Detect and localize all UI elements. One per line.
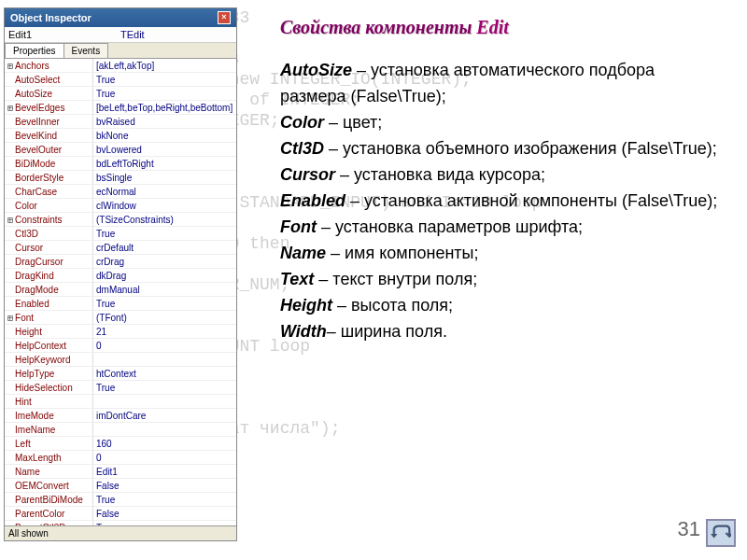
property-value[interactable]: clWindow [93, 199, 236, 212]
property-name[interactable]: Height [5, 325, 93, 338]
property-value[interactable]: Edit1 [93, 465, 236, 478]
property-value[interactable]: bsSingle [93, 171, 236, 184]
property-name[interactable]: OEMConvert [5, 479, 93, 492]
property-name[interactable]: ParentBiDiMode [5, 493, 93, 506]
property-name[interactable]: ⊞Constraints [5, 213, 93, 226]
property-value[interactable]: imDontCare [93, 409, 236, 422]
property-name[interactable]: CharCase [5, 185, 93, 198]
property-value[interactable]: dkDrag [93, 269, 236, 282]
property-name[interactable]: AutoSelect [5, 73, 93, 86]
property-value[interactable]: (TSizeConstraints) [93, 213, 236, 226]
object-selector[interactable]: Edit1 TEdit [5, 27, 236, 43]
property-name[interactable]: Enabled [5, 297, 93, 310]
property-row[interactable]: BorderStylebsSingle [5, 171, 236, 185]
property-value[interactable]: dmManual [93, 283, 236, 296]
property-name[interactable]: ⊞Font [5, 311, 93, 324]
property-value[interactable]: htContext [93, 367, 236, 380]
property-name[interactable]: Left [5, 437, 93, 450]
close-icon[interactable]: × [218, 11, 231, 24]
property-value[interactable]: True [93, 521, 236, 525]
property-name[interactable]: DragMode [5, 283, 93, 296]
property-name[interactable]: ParentCtl3D [5, 521, 93, 525]
property-value[interactable]: True [93, 227, 236, 240]
property-value[interactable]: 160 [93, 437, 236, 450]
property-value[interactable]: bdLeftToRight [93, 157, 236, 170]
property-name[interactable]: ⊞Anchors [5, 59, 93, 72]
property-name[interactable]: BevelOuter [5, 143, 93, 156]
property-row[interactable]: HideSelectionTrue [5, 381, 236, 395]
property-value[interactable]: False [93, 507, 236, 520]
property-value[interactable]: bvLowered [93, 143, 236, 156]
property-value[interactable]: bkNone [93, 129, 236, 142]
property-value[interactable]: 0 [93, 451, 236, 464]
property-name[interactable]: ImeName [5, 423, 93, 436]
property-value[interactable]: bvRaised [93, 115, 236, 128]
tab-events[interactable]: Events [63, 43, 109, 58]
property-value[interactable]: True [93, 381, 236, 394]
property-name[interactable]: Color [5, 199, 93, 212]
property-value[interactable]: True [93, 493, 236, 506]
property-value[interactable]: False [93, 479, 236, 492]
property-row[interactable]: ImeModeimDontCare [5, 409, 236, 423]
property-row[interactable]: HelpContext0 [5, 339, 236, 353]
property-name[interactable]: DragKind [5, 269, 93, 282]
property-name[interactable]: Hint [5, 395, 93, 408]
property-value[interactable]: True [93, 297, 236, 310]
property-value[interactable]: 0 [93, 339, 236, 352]
property-name[interactable]: ⊞BevelEdges [5, 101, 93, 114]
property-row[interactable]: BevelOuterbvLowered [5, 143, 236, 157]
property-row[interactable]: ⊞Constraints(TSizeConstraints) [5, 213, 236, 227]
property-value[interactable]: crDrag [93, 255, 236, 268]
property-name[interactable]: ParentColor [5, 507, 93, 520]
property-name[interactable]: BevelKind [5, 129, 93, 142]
property-row[interactable]: AutoSizeTrue [5, 87, 236, 101]
property-name[interactable]: BiDiMode [5, 157, 93, 170]
property-name[interactable]: BevelInner [5, 115, 93, 128]
property-row[interactable]: Height21 [5, 325, 236, 339]
property-row[interactable]: Left160 [5, 437, 236, 451]
property-value[interactable]: [akLeft,akTop] [93, 59, 236, 72]
property-row[interactable]: OEMConvertFalse [5, 479, 236, 493]
property-row[interactable]: HelpKeyword [5, 353, 236, 367]
property-value[interactable] [93, 395, 236, 408]
tab-properties[interactable]: Properties [5, 43, 64, 58]
property-name[interactable]: BorderStyle [5, 171, 93, 184]
property-row[interactable]: BiDiModebdLeftToRight [5, 157, 236, 171]
property-row[interactable]: NameEdit1 [5, 465, 236, 479]
property-value[interactable] [93, 353, 236, 366]
property-row[interactable]: HelpTypehtContext [5, 367, 236, 381]
property-row[interactable]: EnabledTrue [5, 297, 236, 311]
property-row[interactable]: Ctl3DTrue [5, 227, 236, 241]
property-value[interactable]: crDefault [93, 241, 236, 254]
property-row[interactable]: ImeName [5, 423, 236, 437]
property-name[interactable]: Name [5, 465, 93, 478]
property-row[interactable]: Hint [5, 395, 236, 409]
property-name[interactable]: HelpContext [5, 339, 93, 352]
property-row[interactable]: BevelInnerbvRaised [5, 115, 236, 129]
property-row[interactable]: MaxLength0 [5, 451, 236, 465]
property-name[interactable]: Cursor [5, 241, 93, 254]
property-name[interactable]: HideSelection [5, 381, 93, 394]
property-row[interactable]: DragCursorcrDrag [5, 255, 236, 269]
property-row[interactable]: ColorclWindow [5, 199, 236, 213]
property-row[interactable]: BevelKindbkNone [5, 129, 236, 143]
property-row[interactable]: ⊞Anchors[akLeft,akTop] [5, 59, 236, 73]
property-grid[interactable]: ⊞Anchors[akLeft,akTop] AutoSelectTrue Au… [5, 59, 236, 525]
property-row[interactable]: ParentCtl3DTrue [5, 521, 236, 525]
property-row[interactable]: DragModedmManual [5, 283, 236, 297]
property-row[interactable]: ⊞Font(TFont) [5, 311, 236, 325]
property-name[interactable]: HelpKeyword [5, 353, 93, 366]
property-row[interactable]: ⊞BevelEdges[beLeft,beTop,beRight,beBotto… [5, 101, 236, 115]
property-name[interactable]: DragCursor [5, 255, 93, 268]
property-value[interactable]: True [93, 73, 236, 86]
property-value[interactable] [93, 423, 236, 436]
property-name[interactable]: MaxLength [5, 451, 93, 464]
property-value[interactable]: ecNormal [93, 185, 236, 198]
property-value[interactable]: True [93, 87, 236, 100]
property-value[interactable]: [beLeft,beTop,beRight,beBottom] [93, 101, 236, 114]
property-name[interactable]: AutoSize [5, 87, 93, 100]
return-button[interactable] [706, 519, 736, 547]
property-row[interactable]: DragKinddkDrag [5, 269, 236, 283]
property-row[interactable]: AutoSelectTrue [5, 73, 236, 87]
property-row[interactable]: CursorcrDefault [5, 241, 236, 255]
